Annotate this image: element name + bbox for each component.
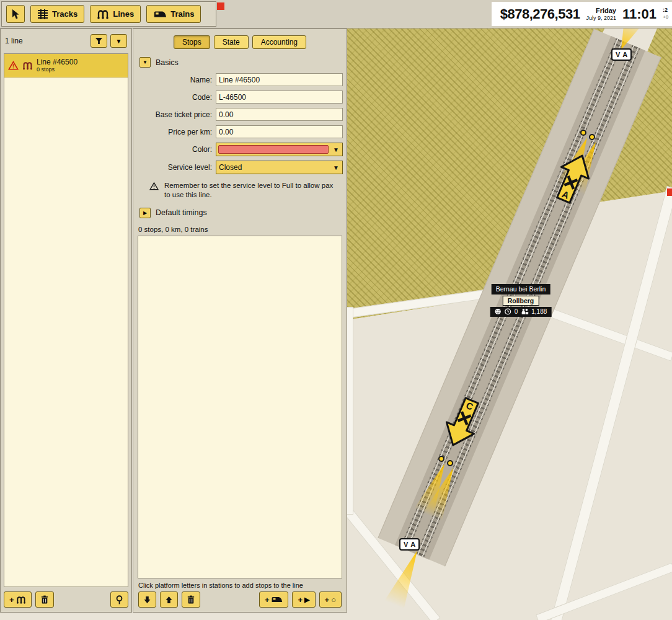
select-tool-button[interactable] xyxy=(6,5,25,23)
platform-letter[interactable]: V xyxy=(404,541,408,548)
tooltip-pax-value: 1,188 xyxy=(531,308,547,315)
line-list-item[interactable]: Line #46500 0 stops xyxy=(4,54,128,78)
weekday-label: Friday xyxy=(596,7,616,15)
chevron-right-icon: ▶ xyxy=(143,210,147,216)
editor-tabs: Stops State Accounting xyxy=(133,35,347,49)
service-level-label: Service level: xyxy=(133,163,216,172)
tooltip-town-name: Bernau bei Berlin xyxy=(492,284,550,294)
add-loop-button[interactable]: + ○ xyxy=(319,591,342,608)
date-label: July 9, 2021 xyxy=(586,15,616,21)
warning-icon xyxy=(149,182,159,190)
play-icon: ▶ xyxy=(304,596,309,604)
name-field[interactable] xyxy=(216,73,343,86)
lines-list-panel: 1 line ▼ Line #46500 0 stops xyxy=(0,29,132,613)
color-dropdown[interactable]: ▼ xyxy=(216,143,343,156)
seconds-label: :2 xyxy=(663,7,671,14)
train-marker[interactable] xyxy=(438,456,444,462)
default-timings-header: ▶ Default timings xyxy=(139,208,347,218)
platform-letter[interactable]: V xyxy=(616,51,620,58)
name-label: Name: xyxy=(133,76,216,84)
cursor-icon xyxy=(11,9,20,20)
price-per-km-field[interactable] xyxy=(216,125,343,138)
station-top-platforms[interactable]: V A xyxy=(611,48,632,61)
map-road xyxy=(547,308,672,361)
tab-state[interactable]: State xyxy=(214,35,249,49)
clock-display: 11:01 xyxy=(622,6,657,22)
alert-marker xyxy=(217,2,224,10)
tooltip-station-stats: 0 1,188 xyxy=(490,307,552,317)
add-train-button[interactable]: + xyxy=(259,591,289,608)
top-toolbar: Tracks Lines Trains $878,276, xyxy=(0,0,672,29)
train-icon xyxy=(153,10,167,19)
base-ticket-price-field[interactable] xyxy=(216,108,343,121)
arrow-down-icon xyxy=(144,596,151,604)
tracks-label: Tracks xyxy=(52,9,77,19)
plus-icon: + xyxy=(265,595,270,604)
price-per-km-label: Price per km: xyxy=(133,128,216,136)
trains-label: Trains xyxy=(170,9,194,19)
line-editor-panel: Stops State Accounting ▼ Basics Name: Co… xyxy=(133,29,347,613)
service-level-dropdown[interactable]: Closed ▼ xyxy=(216,161,343,174)
line-color-swatch xyxy=(218,145,329,154)
map-road xyxy=(536,562,672,620)
delete-line-button[interactable] xyxy=(35,591,54,608)
pax-people-icon xyxy=(521,308,528,315)
platform-letter[interactable]: A xyxy=(410,541,415,548)
service-level-warning: Remember to set the service level to Ful… xyxy=(149,181,339,200)
sort-dropdown-button[interactable]: ▼ xyxy=(110,34,127,48)
train-icon xyxy=(271,596,283,603)
code-label: Code: xyxy=(133,93,216,102)
line-item-stops: 0 stops xyxy=(37,66,77,73)
stops-list[interactable] xyxy=(138,236,342,578)
train-marker[interactable] xyxy=(447,460,453,466)
basics-collapse-button[interactable]: ▼ xyxy=(139,57,151,68)
date-display: Friday July 9, 2021 xyxy=(586,7,616,21)
chevron-down-icon: ▼ xyxy=(330,146,342,153)
basics-title: Basics xyxy=(156,58,179,67)
tab-stops[interactable]: Stops xyxy=(174,35,210,49)
delete-stop-button[interactable] xyxy=(182,591,200,608)
station-bottom-platforms[interactable]: V A xyxy=(399,538,420,551)
lines-icon xyxy=(97,9,109,19)
add-trip-button[interactable]: + ▶ xyxy=(292,591,315,608)
move-stop-down-button[interactable] xyxy=(138,591,156,608)
lines-button[interactable]: Lines xyxy=(90,5,141,23)
basics-form: Name: Code: Base ticket price: Price per… xyxy=(133,73,347,179)
tracks-button[interactable]: Tracks xyxy=(30,5,84,23)
line-icon xyxy=(22,61,33,70)
trains-button[interactable]: Trains xyxy=(146,5,201,23)
trash-icon xyxy=(41,595,48,604)
location-pin-icon xyxy=(116,595,123,604)
plus-icon: + xyxy=(9,595,14,604)
tab-accounting[interactable]: Accounting xyxy=(252,35,306,49)
warning-text: Remember to set the service level to Ful… xyxy=(164,181,339,200)
filter-button[interactable] xyxy=(91,34,107,48)
lines-label: Lines xyxy=(113,9,134,19)
lines-list[interactable]: Line #46500 0 stops xyxy=(4,53,128,587)
tooltip-station-name: Rollberg xyxy=(503,296,539,306)
editor-footer: + + ▶ + ○ xyxy=(138,591,342,608)
clock-extra: :2 +0 xyxy=(663,7,671,20)
lines-list-footer: + xyxy=(4,591,128,608)
chevron-down-icon: ▼ xyxy=(330,164,342,171)
locate-line-button[interactable] xyxy=(110,591,128,608)
base-ticket-price-label: Base ticket price: xyxy=(133,110,216,119)
move-stop-up-button[interactable] xyxy=(160,591,178,608)
lines-list-header: 1 line ▼ xyxy=(1,29,131,53)
train-marker[interactable] xyxy=(589,134,595,140)
platform-letter[interactable]: A xyxy=(622,51,627,58)
lines-count-label: 1 line xyxy=(5,37,23,45)
train-marker[interactable] xyxy=(580,130,586,136)
status-panel: $878,276,531 Friday July 9, 2021 11:01 :… xyxy=(492,2,672,26)
color-label: Color: xyxy=(133,145,216,154)
service-level-value: Closed xyxy=(216,163,330,172)
tooltip-wait-value: 0 xyxy=(515,308,518,315)
tracks-icon xyxy=(37,9,48,19)
default-timings-collapse-button[interactable]: ▶ xyxy=(139,208,151,218)
code-field[interactable] xyxy=(216,91,343,104)
circle-icon: ○ xyxy=(331,595,336,604)
add-line-button[interactable]: + xyxy=(4,591,32,608)
main-toolbar: Tracks Lines Trains xyxy=(1,1,216,27)
default-timings-title: Default timings xyxy=(156,208,207,217)
line-item-text: Line #46500 0 stops xyxy=(37,58,77,73)
